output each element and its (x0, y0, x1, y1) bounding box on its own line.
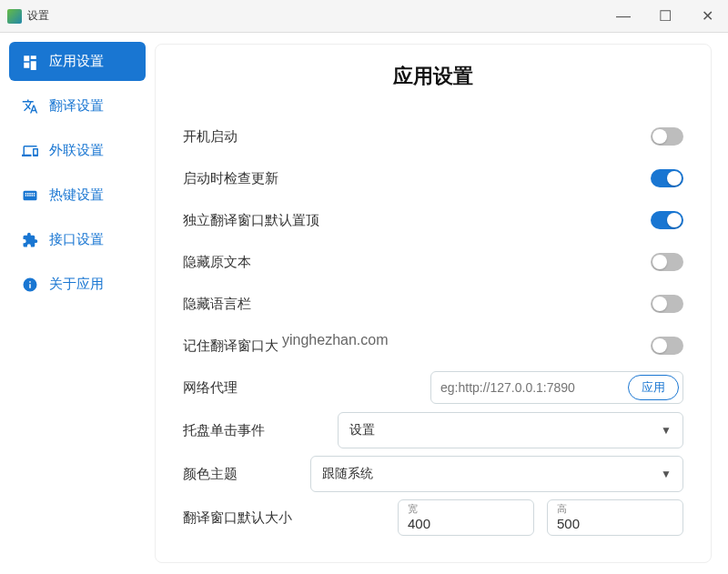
theme-select[interactable]: 跟随系统 ▼ (310, 456, 683, 492)
row-label: 独立翻译窗口默认置顶 (183, 212, 319, 229)
sidebar-item-translate-settings[interactable]: 翻译设置 (9, 86, 146, 126)
sidebar-item-about[interactable]: 关于应用 (9, 265, 146, 304)
keyboard-icon (22, 187, 38, 204)
sidebar-item-label: 关于应用 (49, 276, 104, 293)
devices-icon (22, 143, 38, 159)
height-field[interactable]: 高 (547, 499, 683, 536)
window-title: 设置 (27, 8, 49, 24)
sidebar-item-label: 外联设置 (49, 142, 104, 159)
extension-icon (22, 232, 38, 248)
minimize-button[interactable]: — (602, 0, 644, 33)
row-startup: 开机启动 (183, 116, 683, 157)
row-tray-click: 托盘单击事件 设置 ▼ (183, 408, 683, 452)
select-value: 设置 (349, 422, 375, 438)
startup-toggle[interactable] (651, 127, 683, 146)
panel-heading: 应用设置 (183, 63, 683, 90)
sidebar-item-label: 接口设置 (49, 231, 104, 248)
sidebar-item-external-settings[interactable]: 外联设置 (9, 131, 146, 170)
row-label: 开机启动 (183, 128, 238, 146)
row-hide-source: 隐藏原文本 (183, 241, 683, 283)
sidebar-item-label: 应用设置 (49, 53, 104, 70)
window-controls: — ☐ ✕ (602, 0, 728, 33)
row-proxy: 网络代理 应用 (183, 367, 683, 408)
row-hide-langbar: 隐藏语言栏 (183, 283, 683, 325)
settings-panel: 应用设置 开机启动 启动时检查更新 独立翻译窗口默认置顶 隐藏原文本 隐藏语言栏… (155, 44, 712, 563)
hide-langbar-toggle[interactable] (651, 295, 683, 313)
row-label: 颜色主题 (183, 466, 238, 483)
caret-down-icon: ▼ (661, 424, 672, 437)
proxy-apply-button[interactable]: 应用 (628, 375, 679, 400)
row-label: 托盘单击事件 (183, 422, 265, 439)
select-value: 跟随系统 (322, 466, 373, 482)
sidebar: 应用设置 翻译设置 外联设置 热键设置 接口设置 关于应用 (0, 33, 155, 574)
translate-icon (22, 98, 38, 115)
proxy-input[interactable] (440, 380, 622, 395)
row-label: 网络代理 (183, 379, 238, 397)
sidebar-item-api-settings[interactable]: 接口设置 (9, 220, 146, 259)
maximize-button[interactable]: ☐ (644, 0, 686, 33)
row-default-size: 翻译窗口默认大小 宽 高 (183, 496, 683, 539)
sidebar-item-hotkey-settings[interactable]: 热键设置 (9, 176, 146, 215)
app-icon (7, 9, 22, 24)
pin-window-toggle[interactable] (651, 211, 683, 229)
height-caption: 高 (557, 502, 673, 516)
row-pin-window: 独立翻译窗口默认置顶 (183, 199, 683, 241)
row-label: 隐藏语言栏 (183, 296, 251, 313)
dashboard-icon (22, 54, 38, 70)
check-update-toggle[interactable] (651, 169, 683, 187)
hide-source-toggle[interactable] (651, 253, 683, 271)
height-input[interactable] (557, 516, 673, 531)
sidebar-item-label: 翻译设置 (49, 97, 104, 115)
sidebar-item-app-settings[interactable]: 应用设置 (9, 42, 146, 81)
width-field[interactable]: 宽 (398, 499, 534, 536)
sidebar-item-label: 热键设置 (49, 186, 104, 204)
info-icon (22, 277, 38, 293)
row-check-update: 启动时检查更新 (183, 157, 683, 199)
row-label: 翻译窗口默认大小 (183, 509, 292, 527)
row-label: 记住翻译窗口大 (183, 337, 278, 355)
close-button[interactable]: ✕ (686, 0, 728, 33)
row-label: 隐藏原文本 (183, 254, 251, 271)
tray-click-select[interactable]: 设置 ▼ (338, 412, 683, 448)
width-input[interactable] (408, 516, 524, 531)
row-remember-size: 记住翻译窗口大 (183, 325, 683, 367)
remember-size-toggle[interactable] (651, 337, 683, 355)
row-label: 启动时检查更新 (183, 170, 278, 187)
titlebar: 设置 — ☐ ✕ (0, 0, 728, 33)
row-theme: 颜色主题 跟随系统 ▼ (183, 452, 683, 496)
width-caption: 宽 (408, 502, 524, 516)
caret-down-icon: ▼ (661, 468, 672, 480)
